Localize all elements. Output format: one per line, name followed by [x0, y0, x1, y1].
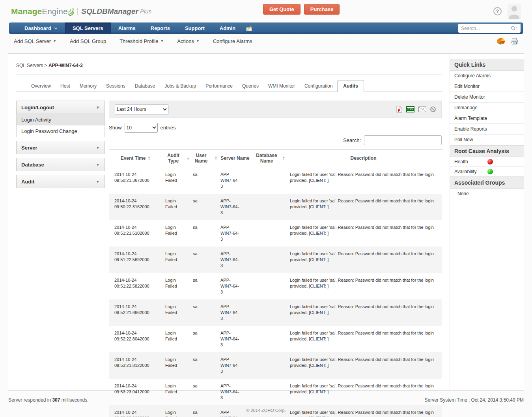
- breadcrumb: SQL Servers > APP-WIN7-64-3: [16, 59, 442, 75]
- get-quote-button[interactable]: Get Quote: [263, 4, 301, 15]
- rca-row[interactable]: Availability: [450, 167, 524, 177]
- cell-user-name: sa: [190, 172, 217, 189]
- chevron-down-icon: [96, 163, 100, 167]
- sidebar-section: Audit: [16, 175, 105, 188]
- column-header-label: Database Name: [253, 153, 280, 164]
- cell-user-name: sa: [190, 277, 217, 295]
- tab[interactable]: Jobs & Backup: [160, 80, 201, 92]
- health-critical-icon[interactable]: [487, 159, 493, 165]
- cell-audit-type: Login Failed: [162, 383, 190, 401]
- purchase-button[interactable]: Purchase: [304, 4, 340, 15]
- email-icon[interactable]: [418, 107, 426, 112]
- chevron-down-icon: [54, 27, 58, 30]
- column-header[interactable]: Database Name: [253, 153, 285, 164]
- page-size-select[interactable]: 10: [125, 123, 158, 133]
- accordion-title: Login/Logout: [21, 105, 54, 110]
- nav-item[interactable]: Reports: [143, 22, 177, 34]
- nav-item[interactable]: SQL Servers: [65, 22, 111, 34]
- nav-item[interactable]: Alarms: [111, 22, 143, 34]
- nav-item[interactable]: Support: [177, 22, 212, 34]
- subnav-item[interactable]: Add SQL Server: [14, 38, 56, 44]
- sort-ascending-icon[interactable]: [187, 157, 190, 160]
- avatar[interactable]: [508, 4, 521, 19]
- quick-link[interactable]: Unmanage: [450, 103, 524, 113]
- export-pdf-icon[interactable]: [396, 106, 402, 113]
- sidebar-item[interactable]: Login Activity: [17, 114, 105, 125]
- chevron-down-icon: [96, 180, 100, 184]
- column-header[interactable]: Event Time: [109, 153, 162, 164]
- nav-item[interactable]: Admin: [212, 22, 243, 34]
- breadcrumb-parent[interactable]: SQL Servers: [16, 63, 43, 68]
- cell-event-time: 2014-10-24 09:53:21.8122000: [109, 357, 162, 374]
- help-icon[interactable]: [493, 7, 502, 15]
- cell-user-name: sa: [190, 330, 217, 348]
- sort-icon[interactable]: [215, 156, 217, 161]
- quick-links-panel: Quick Links Configure AlarmsEdit Monitor…: [450, 59, 524, 145]
- caret-down-icon: [53, 39, 56, 43]
- disable-icon[interactable]: [430, 107, 436, 112]
- tab[interactable]: Host: [56, 80, 75, 92]
- subnav-item[interactable]: Actions: [177, 38, 200, 44]
- tab[interactable]: Memory: [75, 80, 101, 92]
- column-header[interactable]: Description: [285, 153, 442, 164]
- global-search-input[interactable]: [461, 26, 511, 31]
- table-header-row: Event Time Audit Type User Name: [109, 149, 442, 167]
- chevron-down-icon: [96, 105, 100, 110]
- subnav-item-label: Add SQL Server: [14, 38, 51, 44]
- export-csv-icon[interactable]: CSV: [406, 106, 414, 112]
- associated-groups-panel: Associated Groups None: [450, 177, 524, 199]
- nav-item[interactable]: Dashboard: [17, 22, 65, 34]
- logo-product-suffix: Plus: [140, 8, 151, 15]
- edit-icon[interactable]: [246, 26, 253, 31]
- accordion-header[interactable]: Audit: [16, 175, 105, 188]
- rca-row[interactable]: Health: [450, 157, 524, 167]
- quick-link[interactable]: Edit Monitor: [450, 81, 524, 92]
- nav-search[interactable]: [458, 24, 521, 33]
- sort-icon[interactable]: [282, 156, 285, 161]
- subnav-item[interactable]: Add SQL Group: [70, 38, 106, 44]
- column-header[interactable]: User Name: [190, 153, 217, 164]
- tab[interactable]: Sessions: [101, 80, 130, 92]
- quick-link[interactable]: Configure Alarms: [450, 71, 524, 81]
- quick-link[interactable]: Delete Monitor: [450, 92, 524, 103]
- cell-database-name: [253, 304, 285, 322]
- tab[interactable]: Audits: [337, 80, 364, 92]
- show-label: Show: [109, 125, 122, 131]
- subnav-item[interactable]: Threshold Profile: [119, 38, 164, 44]
- nav-items: Dashboard SQL Servers Alarms Reports Sup…: [17, 22, 243, 34]
- tab[interactable]: Configuration: [300, 80, 337, 92]
- response-prefix: Server responded in: [8, 397, 52, 403]
- sort-icon[interactable]: [147, 156, 150, 161]
- cell-server-name: APP-WIN7-64-3: [217, 198, 253, 216]
- tab[interactable]: Database: [130, 80, 160, 92]
- accordion-header[interactable]: Server: [16, 141, 105, 154]
- sidebar-item[interactable]: Login Password Change: [17, 125, 105, 137]
- column-header[interactable]: Server Name: [217, 153, 253, 164]
- cell-description: Login failed for user 'sa'. Reason: Pass…: [285, 410, 442, 417]
- printer-icon[interactable]: [510, 38, 518, 45]
- quick-link[interactable]: Enable Reports: [450, 124, 524, 135]
- tab[interactable]: WMI Monitor: [263, 80, 300, 92]
- accordion-header[interactable]: Login/Logout: [16, 101, 105, 114]
- cell-event-time: 2014-10-24 09:53:23.0662000: [109, 410, 162, 417]
- table-search-input[interactable]: [364, 135, 442, 145]
- accordion-header[interactable]: Database: [16, 158, 105, 171]
- column-header[interactable]: Audit Type: [162, 153, 190, 164]
- quick-link[interactable]: Alarm Template: [450, 113, 524, 124]
- pie-chart-icon[interactable]: [497, 38, 505, 45]
- subnav-item[interactable]: Configure Alarms: [213, 38, 252, 44]
- tab[interactable]: Performance: [201, 80, 237, 92]
- cell-user-name: sa: [190, 198, 217, 216]
- app-header: ManageEngine | SQLDBManager Plus Get Quo…: [0, 0, 532, 22]
- tab[interactable]: Overview: [26, 80, 56, 92]
- tab[interactable]: Queries: [237, 80, 263, 92]
- table-row: 2014-10-24 09:51:22.5822000 Login Failed…: [109, 273, 442, 299]
- availability-up-icon[interactable]: [487, 169, 493, 174]
- subnav-item-label: Add SQL Group: [70, 38, 106, 44]
- nav-item-label: Support: [185, 25, 205, 31]
- search-icon[interactable]: [511, 26, 518, 31]
- quick-link[interactable]: Poll Now: [450, 135, 524, 145]
- cell-user-name: sa: [190, 383, 217, 401]
- associated-groups-list: None: [450, 189, 524, 199]
- time-range-select[interactable]: Last 24 Hours: [115, 105, 168, 114]
